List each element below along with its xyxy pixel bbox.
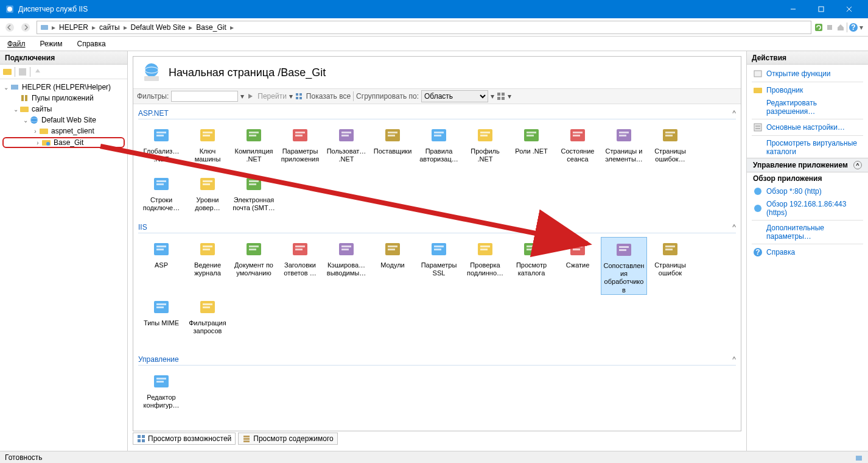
feature-item[interactable]: Проверка подлинно… xyxy=(462,237,508,295)
save-icon[interactable] xyxy=(18,67,27,77)
action-view-vdirs[interactable]: Просмотреть виртуальные каталоги xyxy=(747,137,868,158)
group-aspnet[interactable]: ASP.NET^ xyxy=(138,109,736,119)
feature-item[interactable]: Сопоставления обработчиков xyxy=(601,237,647,295)
feature-item[interactable]: ASP xyxy=(138,237,184,295)
feature-item[interactable]: Фильтрация запросов xyxy=(184,295,231,353)
breadcrumb-item[interactable]: HELPER xyxy=(57,23,91,32)
tab-features-view[interactable]: Просмотр возможностей xyxy=(133,433,236,445)
tree-default-site[interactable]: ⌄ Default Web Site xyxy=(0,115,127,125)
stop-icon[interactable] xyxy=(825,23,835,32)
action-explorer[interactable]: Проводник xyxy=(747,83,868,97)
breadcrumb[interactable]: ▸ HELPER ▸ сайты ▸ Default Web Site ▸ Ba… xyxy=(37,21,811,34)
feature-item[interactable]: Параметры приложения xyxy=(277,123,323,172)
feature-item[interactable]: Уровни довер… xyxy=(184,172,231,221)
help-icon[interactable]: ? xyxy=(849,23,858,32)
nav-back-button[interactable] xyxy=(2,20,17,35)
minimize-button[interactable] xyxy=(779,0,807,18)
feature-item[interactable]: Ведение журнала xyxy=(184,237,231,295)
home-icon[interactable] xyxy=(836,23,845,32)
feature-item[interactable]: Состояние сеанса xyxy=(555,123,601,172)
expand-icon[interactable]: ⌄ xyxy=(2,84,10,91)
maximize-button[interactable] xyxy=(807,0,835,18)
feature-item[interactable]: Электронная почта (SMT… xyxy=(231,172,277,221)
svg-rect-131 xyxy=(243,440,250,442)
config-icon[interactable] xyxy=(855,453,863,462)
feature-item[interactable]: Поставщики xyxy=(369,123,416,172)
tree-base-git[interactable]: › Base_Git xyxy=(2,137,125,148)
feature-item[interactable]: Страницы и элементы… xyxy=(601,123,647,172)
expand-icon[interactable]: ⌄ xyxy=(22,117,29,124)
feature-item[interactable]: Роли .NET xyxy=(508,123,555,172)
feature-item[interactable]: Профиль .NET xyxy=(462,123,508,172)
filter-input[interactable] xyxy=(171,91,238,102)
feature-item[interactable]: Ключ машины xyxy=(184,123,231,172)
feature-item[interactable]: Компиляция .NET xyxy=(231,123,277,172)
action-basic-settings[interactable]: Основные настройки… xyxy=(747,121,868,134)
action-help[interactable]: ?Справка xyxy=(747,246,868,259)
tree-server[interactable]: ⌄ HELPER (HELPER\Helper) xyxy=(0,82,127,93)
feature-item[interactable]: Страницы ошибок xyxy=(647,237,693,295)
breadcrumb-item[interactable]: Base_Git xyxy=(194,23,228,32)
go-button[interactable]: Перейти xyxy=(257,92,287,101)
groupby-select[interactable]: Область xyxy=(421,90,488,102)
tree-sites[interactable]: ⌄ сайты xyxy=(0,104,127,115)
refresh-icon[interactable] xyxy=(814,23,824,32)
feature-item[interactable]: Сжатие xyxy=(555,237,601,295)
feature-item[interactable]: Документ по умолчанию xyxy=(231,237,277,295)
showall-icon[interactable] xyxy=(295,92,304,101)
expand-icon[interactable]: › xyxy=(34,140,41,146)
svg-rect-13 xyxy=(3,69,12,75)
svg-text:?: ? xyxy=(755,248,760,256)
feature-item[interactable]: Кэширова… выводимы… xyxy=(323,237,369,295)
view-icon[interactable] xyxy=(497,92,505,101)
breadcrumb-item[interactable]: Default Web Site xyxy=(128,23,188,32)
feature-item[interactable]: Параметры SSL xyxy=(416,237,462,295)
collapse-icon[interactable]: ^ xyxy=(853,161,862,169)
group-management[interactable]: Управление^ xyxy=(138,355,736,366)
feature-item[interactable]: Правила авторизац… xyxy=(416,123,462,172)
dropdown-icon[interactable]: ▾ xyxy=(491,92,494,101)
menu-help[interactable]: Справка xyxy=(75,38,108,49)
breadcrumb-item[interactable]: сайты xyxy=(97,23,122,32)
tree-aspnet-client[interactable]: › aspnet_client xyxy=(0,125,127,136)
action-browse-80[interactable]: Обзор *:80 (http) xyxy=(747,185,868,198)
go-icon[interactable] xyxy=(247,92,255,101)
connect-icon[interactable] xyxy=(2,67,12,77)
feature-item[interactable]: Модули xyxy=(369,237,416,295)
nav-forward-button[interactable] xyxy=(18,20,33,35)
dropdown-icon[interactable]: ▾ xyxy=(289,92,293,101)
chevron-up-icon[interactable]: ^ xyxy=(732,223,736,231)
feature-item[interactable]: Страницы ошибок… xyxy=(647,123,693,172)
group-iis[interactable]: IIS^ xyxy=(138,223,736,233)
action-advanced[interactable]: Дополнительные параметры… xyxy=(747,222,868,242)
dropdown-icon[interactable]: ▾ xyxy=(240,92,244,101)
showall-button[interactable]: Показать все xyxy=(306,92,351,101)
dropdown-icon[interactable]: ▾ xyxy=(859,23,863,32)
close-button[interactable] xyxy=(835,0,863,18)
expand-icon[interactable]: ⌄ xyxy=(12,106,19,113)
action-open-feature[interactable]: Открытие функции xyxy=(747,67,868,80)
up-icon[interactable] xyxy=(33,67,43,77)
chevron-up-icon[interactable]: ^ xyxy=(732,355,736,364)
chevron-up-icon[interactable]: ^ xyxy=(732,109,736,118)
feature-item[interactable]: Глобализ… .NET xyxy=(138,123,184,172)
svg-rect-16 xyxy=(21,95,24,101)
dropdown-icon[interactable]: ▾ xyxy=(508,92,511,101)
tab-content-view[interactable]: Просмотр содержимого xyxy=(238,433,337,445)
tree-app-pools[interactable]: Пулы приложений xyxy=(0,93,127,104)
feature-item[interactable]: Типы MIME xyxy=(138,295,184,353)
menu-file[interactable]: Файл xyxy=(5,38,28,49)
feature-item[interactable]: Строки подключе… xyxy=(138,172,184,221)
feature-item[interactable]: Заголовки ответов … xyxy=(277,237,323,295)
feature-label: ASP xyxy=(155,261,168,269)
feature-item[interactable]: Пользоват… .NET xyxy=(323,123,369,172)
action-browse-443[interactable]: Обзор 192.168.1.86:443 (https) xyxy=(747,198,868,219)
chevron-right-icon: ▸ xyxy=(122,23,128,32)
menu-mode[interactable]: Режим xyxy=(38,38,65,49)
feature-item[interactable]: Редактор конфигур… xyxy=(138,369,184,418)
action-group-manage-app[interactable]: Управление приложением^ xyxy=(747,158,868,172)
feature-item[interactable]: Просмотр каталога xyxy=(508,237,555,295)
action-edit-permissions[interactable]: Редактировать разрешения… xyxy=(747,97,868,118)
svg-rect-121 xyxy=(203,306,210,308)
expand-icon[interactable]: › xyxy=(32,128,39,135)
